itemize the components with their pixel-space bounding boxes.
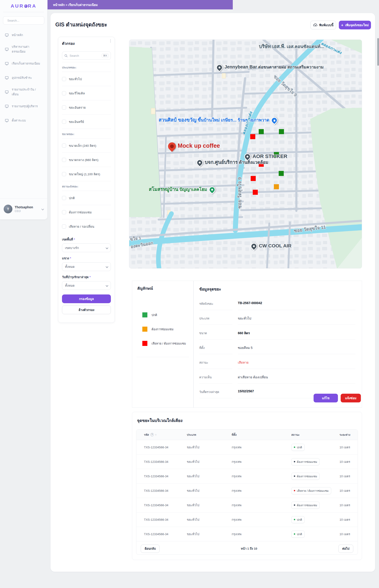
map-pin-icon[interactable] xyxy=(209,186,216,194)
filter-option-label: ขนาดใหญ่ (1,100 ลิตร) xyxy=(69,172,100,177)
sidebar-menu-item[interactable]: เรียกเก็บค่าธรรมเนียม xyxy=(0,56,47,70)
map-poi[interactable]: ซอย วัดสุขใจ 9 xyxy=(237,177,243,209)
map-poi[interactable]: สวนศิลป์ ของขวัญ ขึ้นบ้านใหม่ เกษียร... … xyxy=(159,117,278,125)
table-row[interactable]: TXS-12334566-34 ขยะทั่วไป กรุงเทพ ปกติ 1… xyxy=(136,527,358,541)
aurora-logo: AURRA xyxy=(0,0,47,12)
report-repair-button[interactable]: แจ้งซ่อม xyxy=(341,394,361,402)
map-pin-icon[interactable] xyxy=(271,117,278,125)
next-page-button[interactable]: ต่อไป xyxy=(338,545,353,553)
scrollbar[interactable] xyxy=(377,38,379,66)
cell-type: ขยะทั่วไป xyxy=(187,445,232,450)
table-row[interactable]: TXS-12334566-34 ขยะทั่วไป กรุงเทพ ปกติ 1… xyxy=(136,440,358,455)
map-pin-icon[interactable] xyxy=(216,64,223,72)
select-group: วันที่บำรุงรักษาล่าสุด * ทั้งหมด xyxy=(62,275,111,290)
checkbox[interactable] xyxy=(62,105,66,110)
required-asterisk: * xyxy=(74,238,75,241)
gis-map[interactable]: บริษัท เอส.พี. เอส.คอนซัลแตนท์... xyxy=(129,39,362,268)
select-label: แขวง * xyxy=(62,256,111,261)
column-header-type[interactable]: ประเภท xyxy=(187,432,232,437)
checkbox[interactable] xyxy=(62,120,66,124)
bin-marker[interactable] xyxy=(250,134,255,139)
column-label: รหัส xyxy=(144,432,149,437)
checkbox[interactable] xyxy=(62,224,66,229)
column-header-distance[interactable]: ระยะห่าง xyxy=(340,432,358,437)
bin-marker[interactable] xyxy=(251,176,256,181)
sidebar-search[interactable] xyxy=(3,16,44,25)
map-pin-icon[interactable] xyxy=(168,142,176,152)
cell-code: TXS-12334566-34 xyxy=(136,518,187,521)
divider xyxy=(136,357,189,357)
bin-marker[interactable] xyxy=(274,184,279,189)
plus-icon: + xyxy=(341,23,343,27)
table-row[interactable]: TXS-12334566-34 ขยะทั่วไป กรุงเทพ ต้องกา… xyxy=(136,455,358,469)
select-dropdown[interactable]: เขตบางรัก xyxy=(62,244,111,252)
checkbox[interactable] xyxy=(62,158,66,162)
map-pin-icon[interactable] xyxy=(251,243,257,251)
sidebar-menu-item[interactable]: บริหารงานค่าธรรมเนียม xyxy=(0,42,47,56)
bin-marker[interactable] xyxy=(259,129,264,134)
filter-option-label: ประเภทขยะ: xyxy=(62,65,77,70)
sidebar-menu-item[interactable]: อุปกรณ์รับชำระ xyxy=(0,70,47,85)
bin-marker[interactable] xyxy=(279,171,284,176)
cell-type: ขยะทั่วไป xyxy=(187,503,232,508)
map-poi[interactable]: Jennybean Bar ต่อขนตาสายฝอ สถานเสริมความ… xyxy=(216,64,324,72)
map-poi[interactable]: บริษัท เอส.พี. เอส.คอนซัลแตนท์... xyxy=(259,43,324,49)
checkbox[interactable] xyxy=(62,196,66,200)
map-poi[interactable]: สโมสรหมู่บ้าน ปัญญาเลคโฮม xyxy=(149,186,216,194)
help-icon[interactable]: ? xyxy=(150,433,154,436)
add-bin-button[interactable]: + เพิ่มจุดถังขยะใหม่ xyxy=(339,21,371,29)
checkbox[interactable] xyxy=(62,144,66,148)
print-button[interactable]: พิมพ์แบบนี้ xyxy=(310,21,336,29)
filter-row: ขยะทั่วไป xyxy=(62,72,111,86)
prev-page-button[interactable]: ย้อนกลับ xyxy=(141,545,159,553)
cell-type: ขยะทั่วไป xyxy=(187,517,232,522)
table-row[interactable]: TXS-12334566-34 ขยะทั่วไป กรุงเทพ ปกติ 1… xyxy=(136,512,358,527)
sidebar-menu-item[interactable]: รายงานประจำวัน / เดือน xyxy=(0,85,47,99)
table-row[interactable]: TXS-12334566-34 ขยะทั่วไป กรุงเทพ เสียหา… xyxy=(136,484,358,498)
menu-item-icon xyxy=(5,47,9,51)
sidebar-menu-item[interactable]: รายงานสรุปผู้บริหาร xyxy=(0,99,47,113)
sort-arrow-icon[interactable]: ↑ xyxy=(155,433,157,436)
map-pin-icon[interactable] xyxy=(244,153,251,161)
menu-item-label: รายงานสรุปผู้บริหาร xyxy=(12,104,38,109)
user-profile[interactable]: T Thotsaphon CEO xyxy=(0,198,47,219)
clear-filter-button[interactable]: ล้างตัวกรอง xyxy=(62,306,111,314)
edit-button[interactable]: แก้ไข xyxy=(314,394,338,402)
column-header-code[interactable]: รหัส ? ↑ xyxy=(136,432,187,437)
apply-filter-button[interactable]: กรองข้อมูล xyxy=(62,294,111,303)
sidebar-menu-item[interactable]: ตั้งค่าระบบ xyxy=(0,113,47,128)
table-row[interactable]: TXS-12334566-34 ขยะทั่วไป กรุงเทพ ต้องกา… xyxy=(136,498,358,512)
map-poi[interactable]: AOR STICKER xyxy=(244,153,287,161)
column-header-location[interactable]: ที่ตั้ง xyxy=(232,432,291,437)
table-row[interactable]: TXS-12334566-34 ขยะทั่วไป กรุงเทพ ต้องกา… xyxy=(136,469,358,484)
cell-distance: 10 เมตร xyxy=(340,532,358,537)
map-poi[interactable]: Mock up coffee xyxy=(168,142,220,152)
pin-shape xyxy=(249,242,258,251)
checkbox[interactable] xyxy=(62,210,66,214)
avatar: T xyxy=(4,205,12,213)
checkbox[interactable] xyxy=(62,172,66,176)
filter-row: ขนาดใหญ่ (1,100 ลิตร) xyxy=(62,167,111,181)
map-pin-icon[interactable] xyxy=(196,159,203,167)
filter-search[interactable]: ⌘K xyxy=(62,51,111,60)
cell-status: เสียหาย / ต้องการซ่อมแซม xyxy=(291,487,340,494)
bin-marker[interactable] xyxy=(279,129,284,134)
search-input[interactable] xyxy=(7,19,48,22)
field-label: สถานะ xyxy=(199,357,232,369)
pagination: ย้อนกลับ หน้า 1 ถึง 10 ต่อไป xyxy=(136,541,358,555)
bin-marker[interactable] xyxy=(253,190,258,195)
select-dropdown[interactable]: ทั้งหมด xyxy=(62,281,111,290)
checkbox[interactable] xyxy=(62,91,66,95)
column-header-status[interactable]: สถานะ xyxy=(291,432,340,437)
chevron-down-icon[interactable] xyxy=(41,208,44,210)
checkbox[interactable] xyxy=(62,77,66,81)
details-title: ข้อมูลจุดขยะ xyxy=(194,281,362,292)
select-dropdown[interactable]: ทั้งหมด xyxy=(62,262,111,271)
map-poi[interactable]: CW COOL AIR xyxy=(251,243,292,251)
sidebar-menu-item[interactable]: หน้าหลัก xyxy=(0,28,47,42)
breadcrumb[interactable]: หน้าหลัก > เรียกเก็บค่าธรรมเนียม xyxy=(53,2,98,7)
pin-dot xyxy=(169,144,175,149)
select-label-text: แขวง xyxy=(62,257,69,260)
filter-search-input[interactable] xyxy=(70,54,100,57)
kebab-menu-icon[interactable]: ⋮ xyxy=(109,39,112,43)
